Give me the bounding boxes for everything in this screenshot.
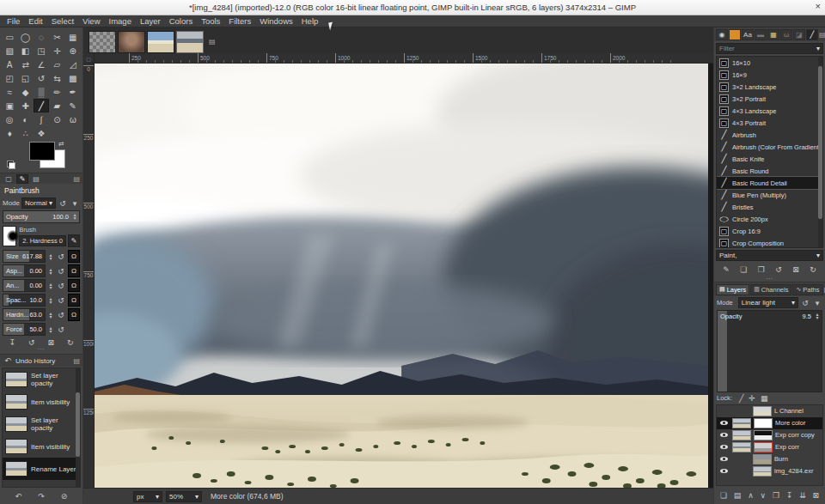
- ruler-corner[interactable]: ▢: [83, 53, 95, 64]
- layer-mode-select[interactable]: Linear light ▾: [738, 297, 798, 308]
- layer-opacity-spinner[interactable]: ▴▾: [814, 313, 821, 319]
- preset-filter-input[interactable]: Filter ▾: [716, 43, 823, 54]
- menu-item[interactable]: File: [3, 16, 24, 26]
- revert-preset-button[interactable]: ↺: [775, 265, 782, 274]
- layer-row[interactable]: img_4284.exr: [717, 465, 822, 477]
- merge-layer-button[interactable]: ⇊: [799, 491, 806, 500]
- layer-row[interactable]: L Channel: [717, 405, 822, 417]
- lower-layer-button[interactable]: ∨: [761, 491, 767, 500]
- tool-warp-transform[interactable]: ≈: [2, 85, 17, 99]
- new-group-button[interactable]: ▤: [734, 491, 742, 500]
- layer-thumbnail[interactable]: [732, 442, 751, 452]
- layer-row[interactable]: Exp corr copy: [717, 429, 822, 441]
- tool-unified-transform[interactable]: ◰: [2, 71, 17, 85]
- mode-expand-icon[interactable]: ▾: [70, 199, 80, 208]
- visibility-eye-icon[interactable]: [720, 457, 728, 461]
- presets-scrollbar[interactable]: [818, 57, 822, 247]
- menu-item[interactable]: Select: [47, 16, 78, 26]
- layer-mode-expand-icon[interactable]: ▾: [812, 299, 822, 307]
- visibility-eye-icon[interactable]: [720, 445, 728, 449]
- tab-patterns[interactable]: ■: [729, 29, 741, 40]
- slider-spinner[interactable]: ▴▾: [47, 253, 54, 260]
- tool-cage-transform[interactable]: ▩: [65, 71, 81, 85]
- menu-item[interactable]: Windows: [255, 16, 297, 26]
- dynamics-link-button[interactable]: Ω: [68, 264, 80, 277]
- default-colors-icon[interactable]: [7, 161, 15, 169]
- panel-grip[interactable]: ⋯: [3, 347, 80, 352]
- layer-name[interactable]: L Channel: [774, 407, 804, 415]
- foreground-color-swatch[interactable]: [29, 142, 55, 161]
- layer-name[interactable]: Exp corr copy: [775, 431, 815, 439]
- dock-menu-icon[interactable]: ▤: [819, 31, 825, 39]
- tool-preset-item[interactable]: ▢ Crop Composition: [717, 237, 822, 248]
- tab-tool-presets[interactable]: ╱: [806, 29, 818, 40]
- new-preset-button[interactable]: ❏: [740, 265, 747, 274]
- layer-name[interactable]: More color: [775, 419, 805, 427]
- tool-color-picker[interactable]: ⊙: [49, 112, 64, 126]
- tool-preset-item[interactable]: ╱ Bristles: [717, 201, 822, 213]
- restore-tool-preset-button[interactable]: ↺: [28, 338, 35, 347]
- tool-measure[interactable]: ∠: [34, 58, 49, 71]
- menu-item[interactable]: Edit: [24, 16, 46, 26]
- layer-name[interactable]: img_4284.exr: [774, 467, 813, 475]
- visibility-eye-icon[interactable]: [720, 469, 728, 473]
- slider-spinner[interactable]: ▴▾: [47, 312, 54, 319]
- tool-preset-item[interactable]: ╱ Basic Round: [717, 165, 822, 177]
- tool-ellipse-select[interactable]: ◯: [17, 30, 33, 44]
- layer-thumbnail[interactable]: [753, 454, 772, 465]
- tool-preset-item[interactable]: ╱ Airbrush (Color From Gradient): [717, 141, 822, 153]
- tool-preset-item[interactable]: ◯ Circle 200px: [717, 213, 822, 225]
- slider-reset-button[interactable]: ↺: [56, 252, 66, 261]
- tab-device-status[interactable]: ▢: [3, 174, 15, 184]
- tool-preset-item[interactable]: ╱ Blue Pen (Multiply): [717, 189, 822, 201]
- menu-item[interactable]: Filters: [224, 16, 255, 26]
- tool-preset-item[interactable]: ▢ 16×10: [717, 57, 822, 69]
- lock-position-button[interactable]: ✛: [749, 394, 755, 403]
- tool-preset-item[interactable]: ▢ 3×2 Portrait: [717, 93, 822, 105]
- tool-preset-item[interactable]: ▢ Crop 16:9: [717, 225, 822, 237]
- layer-name[interactable]: Exp corr: [775, 443, 799, 451]
- reset-tool-button[interactable]: ↻: [67, 338, 74, 347]
- dock-menu-icon[interactable]: ▤: [73, 175, 80, 183]
- menu-item[interactable]: Colors: [165, 16, 197, 26]
- edit-preset-button[interactable]: ✎: [723, 265, 730, 274]
- image-tab-untitled[interactable]: [89, 31, 116, 53]
- tool-foreground-select[interactable]: ◧: [17, 44, 33, 58]
- tool-flip[interactable]: ⇆: [49, 71, 64, 85]
- tab-brushes[interactable]: ◉: [716, 29, 728, 40]
- tab-paths[interactable]: ∿ Paths: [792, 284, 822, 295]
- tab-palettes[interactable]: ▦: [767, 29, 779, 40]
- slider-spinner[interactable]: ▴▾: [47, 297, 54, 304]
- canvas-image[interactable]: [95, 64, 708, 488]
- tool-preset-item[interactable]: ▢ 16×9: [717, 69, 822, 81]
- dynamics-link-button[interactable]: Ω: [68, 250, 80, 263]
- tool-option-slider[interactable]: Hardn... 63.0: [3, 308, 46, 321]
- undo-history-item[interactable]: Set layer opacity: [3, 413, 80, 435]
- tool-blur-sharpen[interactable]: ◎: [2, 112, 17, 126]
- swap-colors-icon[interactable]: ⇄: [58, 140, 64, 148]
- layer-thumbnail[interactable]: [753, 406, 772, 416]
- tool-perspective[interactable]: ◿: [65, 58, 81, 71]
- tab-fonts[interactable]: Aa: [742, 29, 754, 40]
- layer-mask-thumbnail[interactable]: [754, 442, 773, 452]
- layer-mask-thumbnail[interactable]: [754, 430, 773, 440]
- tool-scale[interactable]: ◱: [17, 71, 33, 85]
- tool-option-slider[interactable]: Spac... 10.0: [3, 294, 46, 307]
- layer-thumbnail[interactable]: [753, 466, 772, 477]
- clear-history-button[interactable]: ⊘: [61, 492, 68, 501]
- opacity-slider[interactable]: Opacity 100.0 ▴▾: [3, 210, 80, 223]
- undo-scrollbar[interactable]: [76, 368, 80, 487]
- layer-row[interactable]: Burn: [717, 453, 822, 465]
- tool-option-slider[interactable]: Size 617.88: [3, 250, 46, 263]
- tool-handle-transform[interactable]: ❖: [34, 126, 49, 140]
- tool-bucket-fill[interactable]: ◆: [17, 85, 33, 99]
- visibility-eye-icon[interactable]: [720, 433, 728, 437]
- menu-item[interactable]: Layer: [136, 16, 165, 26]
- tool-smudge[interactable]: ♦: [2, 126, 17, 140]
- vertical-ruler[interactable]: 025050075010001250: [83, 64, 95, 488]
- tool-preset-item[interactable]: ▢ 3×2 Landscape: [717, 81, 822, 93]
- close-icon[interactable]: ×: [816, 1, 821, 11]
- delete-preset-button[interactable]: ⊠: [792, 265, 799, 274]
- tool-option-slider[interactable]: Asp... 0.00: [3, 264, 46, 277]
- layer-row[interactable]: Exp corr: [717, 441, 822, 453]
